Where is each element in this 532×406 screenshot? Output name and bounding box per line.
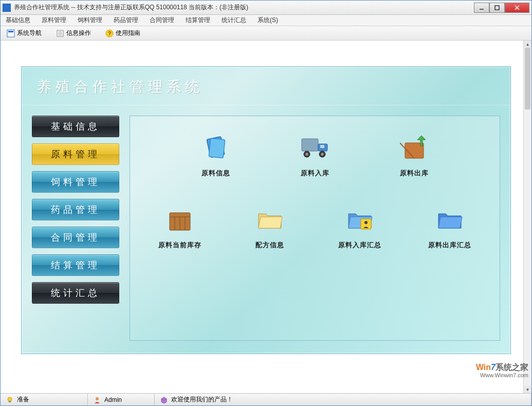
tool-guide[interactable]: ? 使用指南	[102, 28, 143, 39]
panel-body: 基础信息 原料管理 饲料管理 药品管理 合同管理 结算管理 统计汇总	[22, 105, 510, 351]
icon-label: 原料入库汇总	[338, 241, 381, 250]
status-ready: 准备	[1, 394, 88, 405]
tool-nav-label: 系统导航	[17, 29, 42, 38]
menu-drug[interactable]: 药品管理	[112, 15, 140, 26]
tool-info[interactable]: 信息操作	[53, 28, 94, 39]
watermark-win: Win	[476, 363, 491, 372]
svg-point-18	[305, 153, 308, 156]
truck-icon	[299, 132, 332, 164]
watermark: Win7系统之家 Www.Winwin7.com	[476, 362, 528, 379]
svg-point-20	[321, 153, 323, 156]
menu-stats[interactable]: 统计汇总	[219, 15, 248, 26]
sidebar-item-basic[interactable]: 基础信息	[32, 116, 119, 137]
vertical-scrollbar[interactable]: ▲ ▼	[523, 41, 531, 393]
tool-nav[interactable]: 系统导航	[4, 28, 45, 39]
icon-item-material-out[interactable]: 原料出库	[398, 132, 431, 178]
folder-icon	[253, 204, 286, 236]
icon-item-material-info[interactable]: 原料信息	[199, 132, 232, 178]
svg-rect-31	[9, 401, 11, 402]
sidebar-item-label: 基础信息	[51, 120, 100, 133]
status-user: Admin	[88, 394, 155, 405]
svg-text:?: ?	[108, 30, 112, 36]
watermark-text: 系统之家	[496, 363, 528, 372]
sidebar-item-label: 统计汇总	[51, 287, 100, 299]
sidebar-item-label: 原料管理	[51, 148, 100, 160]
icon-label: 配方信息	[255, 241, 284, 250]
menu-settlement[interactable]: 结算管理	[184, 15, 212, 26]
icon-label: 原料当前库存	[158, 241, 201, 250]
box-up-icon	[398, 132, 431, 164]
watermark-url: Www.Winwin7.com	[476, 372, 528, 379]
maximize-button[interactable]	[489, 3, 505, 13]
menu-material[interactable]: 原料管理	[40, 15, 68, 26]
icon-item-material-in[interactable]: 原料入库	[299, 132, 332, 178]
icon-item-in-summary[interactable]: 原料入库汇总	[338, 204, 381, 250]
svg-point-29	[364, 221, 368, 224]
app-window: 养殖合作社管理系统 -- 技术支持与注册正版联系QQ 510000118 当前版…	[0, 0, 532, 406]
sidebar-item-label: 结算管理	[51, 259, 100, 271]
help-icon: ?	[105, 29, 114, 38]
svg-rect-16	[320, 145, 324, 148]
scroll-up-icon[interactable]: ▲	[524, 41, 531, 48]
svg-rect-14	[302, 139, 318, 151]
bulb-icon	[6, 396, 14, 404]
sidebar-item-label: 饲料管理	[51, 176, 100, 188]
status-ready-label: 准备	[17, 395, 29, 404]
svg-point-30	[8, 397, 12, 401]
app-icon	[3, 4, 11, 12]
window-title: 养殖合作社管理系统 -- 技术支持与注册正版联系QQ 510000118 当前版…	[14, 3, 474, 12]
sidebar-item-settlement[interactable]: 结算管理	[32, 254, 119, 276]
icon-row-2: 原料当前库存 配方信息 原料入库汇总	[140, 204, 489, 250]
menu-system[interactable]: 系统(S)	[255, 15, 280, 26]
icon-label: 原料出库汇总	[428, 241, 471, 250]
folder-person-icon	[343, 204, 376, 236]
icon-label: 原料出库	[400, 169, 429, 178]
icon-item-stock[interactable]: 原料当前库存	[158, 204, 201, 250]
svg-rect-1	[495, 6, 499, 10]
window-controls	[474, 3, 529, 13]
scroll-down-icon[interactable]: ▼	[524, 386, 531, 393]
icon-label: 原料信息	[201, 169, 230, 178]
titlebar[interactable]: 养殖合作社管理系统 -- 技术支持与注册正版联系QQ 510000118 当前版…	[1, 1, 531, 15]
crate-icon	[163, 204, 196, 236]
sidebar-item-label: 药品管理	[51, 204, 100, 216]
folder-blue-icon	[433, 204, 466, 236]
nav-icon	[7, 29, 15, 38]
tool-info-label: 信息操作	[66, 29, 91, 38]
icon-item-formula[interactable]: 配方信息	[253, 204, 286, 250]
status-welcome-label: 欢迎使用我们的产品！	[171, 395, 233, 404]
scrollbar-thumb[interactable]	[525, 48, 530, 109]
svg-rect-13	[209, 138, 225, 158]
icon-item-out-summary[interactable]: 原料出库汇总	[428, 204, 471, 250]
close-button[interactable]	[505, 3, 529, 13]
sidebar-item-feed[interactable]: 饲料管理	[32, 171, 119, 193]
menu-basic-info[interactable]: 基础信息	[4, 15, 32, 26]
menubar: 基础信息 原料管理 饲料管理 药品管理 合同管理 结算管理 统计汇总 系统(S)	[1, 15, 531, 26]
tool-guide-label: 使用指南	[116, 29, 140, 38]
icon-panel: 原料信息 原料入库 原料出库	[130, 116, 500, 341]
status-welcome: 欢迎使用我们的产品！	[155, 394, 531, 405]
menu-contract[interactable]: 合同管理	[148, 15, 176, 26]
sidebar-item-material[interactable]: 原料管理	[32, 143, 119, 165]
info-icon	[56, 29, 64, 38]
sidebar-item-stats[interactable]: 统计汇总	[32, 282, 119, 304]
sidebar-item-contract[interactable]: 合同管理	[32, 227, 119, 248]
user-icon	[93, 396, 101, 404]
toolbar: 系统导航 信息操作 ? 使用指南	[1, 26, 531, 41]
minimize-button[interactable]	[474, 3, 489, 13]
sidebar-nav: 基础信息 原料管理 饲料管理 药品管理 合同管理 结算管理 统计汇总	[32, 116, 119, 341]
main-panel: 养殖合作社管理系统 基础信息 原料管理 饲料管理 药品管理 合同管理 结算管理 …	[21, 66, 511, 354]
doc-icon	[199, 132, 232, 164]
svg-point-32	[96, 397, 99, 400]
sidebar-item-drug[interactable]: 药品管理	[32, 199, 119, 220]
icon-label: 原料入库	[301, 169, 329, 178]
status-user-label: Admin	[104, 396, 122, 403]
sidebar-item-label: 合同管理	[51, 231, 100, 244]
statusbar: 准备 Admin 欢迎使用我们的产品！	[1, 393, 531, 405]
menu-feed[interactable]: 饲料管理	[76, 15, 104, 26]
box-icon	[160, 396, 168, 404]
panel-title: 养殖合作社管理系统	[22, 67, 510, 105]
content-area: ▲ ▼ 养殖合作社管理系统 基础信息 原料管理 饲料管理 药品管理 合同管理 结…	[1, 41, 531, 393]
svg-rect-5	[8, 31, 13, 32]
watermark-7: 7	[491, 363, 496, 372]
